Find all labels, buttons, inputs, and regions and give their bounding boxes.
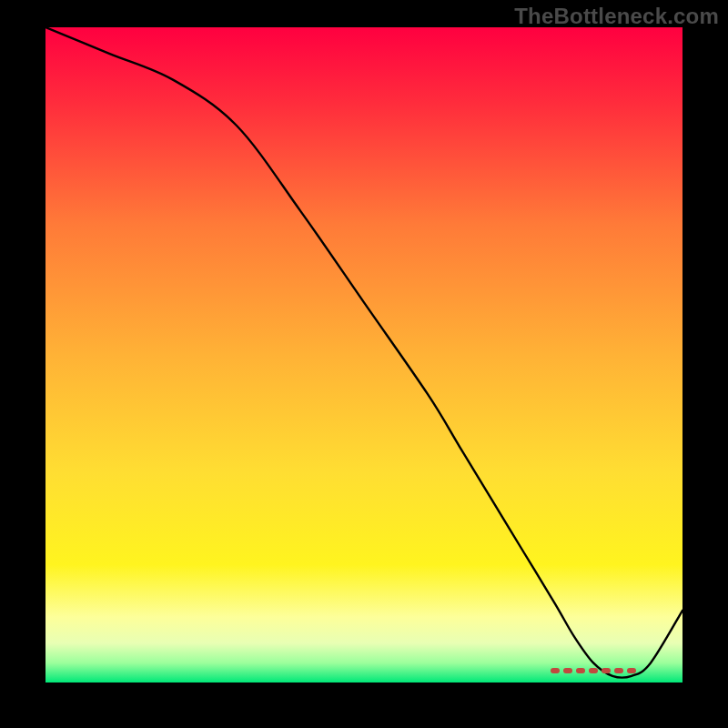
plot-area [46, 27, 682, 682]
gradient-rect [46, 27, 682, 682]
chart-frame: TheBottleneck.com [0, 0, 728, 728]
gradient-bg [46, 27, 682, 682]
watermark-text: TheBottleneck.com [514, 4, 719, 29]
